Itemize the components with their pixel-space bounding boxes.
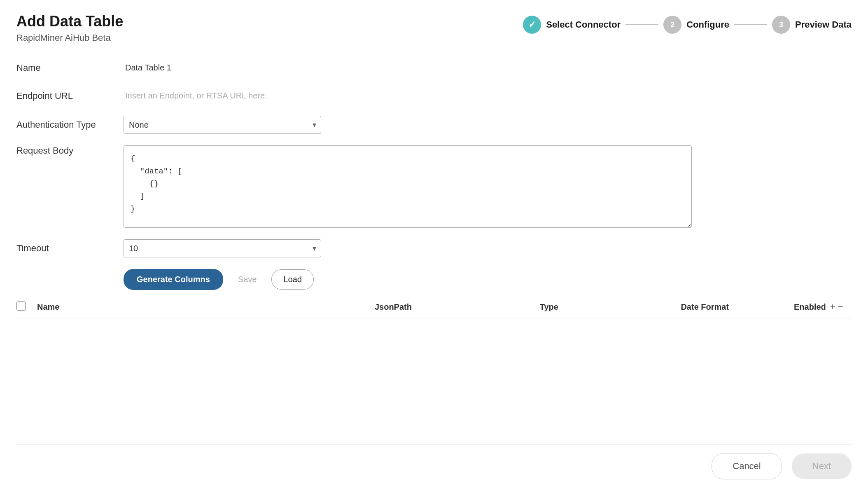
footer: Cancel Next bbox=[16, 444, 852, 488]
select-all-checkbox[interactable] bbox=[16, 301, 26, 311]
page-title: Add Data Table bbox=[16, 12, 123, 30]
th-type: Type bbox=[482, 302, 616, 312]
auth-label: Authentication Type bbox=[16, 119, 124, 130]
th-enabled-actions: + − bbox=[830, 302, 843, 311]
timeout-select-wrapper: 5 10 15 30 60 ▾ bbox=[124, 239, 321, 257]
title-section: Add Data Table RapidMiner AiHub Beta bbox=[16, 12, 123, 43]
stepper: ✓ Select Connector 2 Configure 3 Preview… bbox=[523, 16, 852, 34]
next-button[interactable]: Next bbox=[792, 453, 852, 479]
auth-select-wrapper: None Basic Bearer Token OAuth2 ▾ bbox=[124, 116, 321, 134]
name-input[interactable] bbox=[124, 60, 321, 76]
step-connector-2 bbox=[734, 24, 767, 25]
step1-check: ✓ bbox=[528, 19, 536, 30]
step-preview-data: 3 Preview Data bbox=[772, 16, 852, 34]
actions-row: Generate Columns Save Load bbox=[124, 269, 852, 290]
timeout-label: Timeout bbox=[16, 243, 124, 254]
request-body-textarea[interactable]: { "data": [ {} ] } bbox=[124, 145, 692, 228]
endpoint-row: Endpoint URL bbox=[16, 88, 852, 104]
th-jsonpath: JsonPath bbox=[304, 302, 482, 312]
page-container: Add Data Table RapidMiner AiHub Beta ✓ S… bbox=[0, 0, 868, 500]
add-column-button[interactable]: + bbox=[830, 302, 835, 311]
step3-label: Preview Data bbox=[795, 19, 852, 30]
request-body-row: Request Body { "data": [ {} ] } bbox=[16, 145, 852, 228]
timeout-row: Timeout 5 10 15 30 60 ▾ bbox=[16, 239, 852, 257]
th-dateformat: Date Format bbox=[616, 302, 794, 312]
auth-select[interactable]: None Basic Bearer Token OAuth2 bbox=[124, 116, 321, 134]
step2-circle: 2 bbox=[663, 16, 681, 34]
th-checkbox bbox=[16, 301, 37, 312]
form-section: Name Endpoint URL Authentication Type No… bbox=[16, 60, 852, 444]
step1-circle: ✓ bbox=[523, 16, 541, 34]
table-header: Name JsonPath Type Date Format Enabled +… bbox=[16, 301, 852, 318]
name-label: Name bbox=[16, 63, 124, 73]
remove-column-button[interactable]: − bbox=[838, 302, 843, 311]
timeout-select[interactable]: 5 10 15 30 60 bbox=[124, 239, 321, 257]
page-subtitle: RapidMiner AiHub Beta bbox=[16, 33, 123, 43]
th-enabled: Enabled + − bbox=[794, 302, 852, 312]
endpoint-input[interactable] bbox=[124, 88, 618, 104]
header: Add Data Table RapidMiner AiHub Beta ✓ S… bbox=[16, 12, 852, 43]
auth-row: Authentication Type None Basic Bearer To… bbox=[16, 116, 852, 134]
save-button[interactable]: Save bbox=[230, 269, 265, 290]
endpoint-label: Endpoint URL bbox=[16, 91, 124, 101]
step-configure: 2 Configure bbox=[663, 16, 729, 34]
step-connector-1 bbox=[625, 24, 658, 25]
name-row: Name bbox=[16, 60, 852, 76]
step-select-connector: ✓ Select Connector bbox=[523, 16, 621, 34]
step1-label: Select Connector bbox=[546, 19, 621, 30]
step2-label: Configure bbox=[686, 19, 729, 30]
step3-circle: 3 bbox=[772, 16, 790, 34]
step3-number: 3 bbox=[779, 21, 783, 29]
cancel-button[interactable]: Cancel bbox=[712, 453, 782, 479]
request-body-label: Request Body bbox=[16, 145, 124, 156]
load-button[interactable]: Load bbox=[271, 269, 314, 290]
th-name: Name bbox=[37, 302, 304, 312]
generate-columns-button[interactable]: Generate Columns bbox=[124, 269, 223, 290]
step2-number: 2 bbox=[670, 21, 674, 29]
